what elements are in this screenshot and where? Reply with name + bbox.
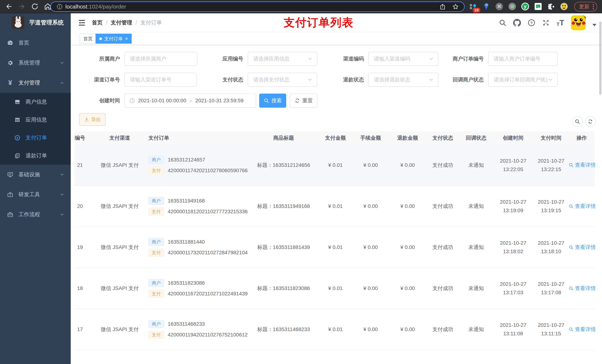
sidebar-menu: 首页 系统管理 ¥ 支付管理 商户信息 应用信息	[0, 32, 71, 225]
cell-created-time: 2021-10-2713:18:02	[493, 227, 534, 268]
refund-status-select[interactable]: 请选择退款状态	[368, 73, 438, 87]
date-start: 2021-10-01 00:00:00	[138, 98, 186, 104]
column-header: 回调状态	[460, 131, 493, 145]
sidebar-item-home[interactable]: 首页	[0, 33, 71, 53]
cell-refund: ¥ 0.00	[389, 268, 426, 309]
page-scrollbar[interactable]	[599, 21, 602, 95]
avatar[interactable]	[571, 15, 586, 30]
breadcrumb-pay[interactable]: 支付管理	[111, 19, 132, 26]
view-detail-link[interactable]: 查看详情	[569, 203, 596, 210]
cell-title: 标题：1635312124656	[248, 145, 319, 186]
browser-forward-icon[interactable]	[18, 2, 26, 10]
browser-update-button[interactable]: 更新	[574, 2, 597, 11]
sidebar-item-label: 应用信息	[26, 116, 47, 124]
merchant-input[interactable]	[124, 52, 197, 66]
merchant-order-no-input[interactable]	[488, 52, 558, 66]
filter-label: 退款状态	[343, 76, 364, 83]
share-icon[interactable]	[439, 3, 446, 10]
sidebar-item-devtools[interactable]: 研发工具	[0, 185, 71, 205]
tab-pay-order[interactable]: 支付订单 ×	[96, 34, 132, 44]
cell-pay-status: 支付成功	[426, 186, 460, 227]
sidebar-item-system[interactable]: 系统管理	[0, 53, 71, 73]
site-info-icon[interactable]	[56, 3, 63, 10]
view-detail-link[interactable]: 查看详情	[569, 326, 596, 333]
reset-button[interactable]: 重置	[290, 94, 317, 108]
font-size-icon[interactable]: TT	[557, 19, 564, 27]
cell-channel: 微信 JSAPI 支付	[97, 227, 143, 268]
view-detail-link[interactable]: 查看详情	[569, 244, 596, 251]
extension-emoji-icon[interactable]	[559, 1, 570, 12]
channel-order-no-input[interactable]	[124, 73, 197, 87]
browser-reload-icon[interactable]	[31, 2, 39, 10]
sidebar-item-merchant-info[interactable]: 商户信息	[0, 93, 71, 111]
extension-y-icon[interactable]: y	[520, 1, 531, 12]
extension-puzzle-icon[interactable]	[546, 1, 557, 12]
cell-id	[75, 350, 97, 364]
cell-action	[569, 350, 595, 364]
tab-home[interactable]: 首页	[80, 34, 96, 44]
url-bar[interactable]: localhost:1024/pay/order	[50, 1, 465, 12]
cell-fee	[352, 350, 389, 364]
pay-tag: 支付	[149, 167, 164, 174]
sidebar-item-infra[interactable]: 基础设施	[0, 165, 71, 185]
cell-channel: 微信 JSAPI 支付	[97, 145, 143, 186]
view-detail-link[interactable]: 查看详情	[569, 285, 596, 292]
sidebar-item-pay[interactable]: ¥ 支付管理	[0, 73, 71, 93]
search-icon[interactable]	[499, 19, 506, 27]
app-select[interactable]: 请选择应用信息	[248, 52, 317, 66]
cell-pay-order: 商户1635311881440支付42000011732021102728479…	[143, 227, 248, 268]
pay-status-select[interactable]: 请选择支付状态	[248, 73, 317, 87]
pay-order-no: 4200001181202110277723215336	[168, 209, 248, 215]
cell-fee: ¥ 0.00	[352, 186, 389, 227]
filter-label: 所属商户	[99, 55, 120, 62]
github-icon[interactable]	[513, 19, 521, 27]
merchant-tag: 商户	[149, 156, 164, 164]
pay-tag: 支付	[149, 290, 164, 298]
cell-refund	[389, 350, 426, 364]
avatar-caret-icon[interactable]	[592, 24, 596, 26]
bookmark-star-icon[interactable]	[452, 3, 459, 10]
tab-close-icon[interactable]: ×	[125, 36, 128, 41]
notify-status-select[interactable]: 请选择订单回调商户状态	[488, 73, 558, 87]
extension-balloon-icon[interactable]	[481, 1, 492, 12]
sidebar-item-workflow[interactable]: 工作流程	[0, 205, 71, 225]
cell-refund: ¥ 0.00	[389, 186, 426, 227]
filter-create-time: 创建时间 2021-10-01 00:00:00 - 2021-10-31 23…	[124, 94, 256, 108]
breadcrumb-home[interactable]: 首页	[92, 19, 103, 26]
sidebar-fold-icon[interactable]	[78, 19, 86, 27]
sidebar-item-refund-order[interactable]: 退款订单	[0, 147, 71, 165]
table-row: 17微信 JSAPI 支付商户1635311468233支付4200001194…	[75, 309, 595, 350]
chevron-up-icon	[60, 81, 64, 85]
cell-action: 查看详情	[569, 145, 595, 186]
extension-devtools-icon[interactable]: 10	[468, 1, 479, 12]
extension-green-dot-icon[interactable]	[507, 1, 517, 12]
extension-chat-icon[interactable]	[533, 1, 544, 12]
cell-created-time: 2021-10-2713:17:03	[493, 268, 534, 309]
url-path: :1024/pay/order	[87, 3, 126, 10]
table-row: 20微信 JSAPI 支付商户1635311949168支付4200001181…	[75, 186, 595, 227]
cell-pay-order: 商户1635311823086支付42000011672021102710224…	[143, 268, 248, 309]
sidebar-item-app-info[interactable]: 应用信息	[0, 111, 71, 129]
search-label: 搜索	[271, 97, 282, 104]
view-detail-link[interactable]: 查看详情	[569, 161, 596, 168]
sidebar-item-pay-order[interactable]: ¥ 支付订单	[0, 129, 71, 147]
cell-paid-time: 2021-10-2713:11:15	[534, 309, 569, 350]
extension-command-icon[interactable]: ⌘	[494, 1, 505, 12]
search-button[interactable]: 搜索	[259, 94, 286, 108]
app-logo[interactable]: 芋道管理系统	[0, 13, 71, 32]
search-circle-button[interactable]	[572, 116, 583, 127]
export-button[interactable]: 导出	[79, 113, 106, 126]
filter-notify-status: 回调商户状态 请选择订单回调商户状态	[488, 73, 558, 87]
filter-label: 创建时间	[99, 97, 120, 104]
fullscreen-icon[interactable]	[542, 19, 550, 27]
browser-menu-icon[interactable]	[593, 4, 594, 9]
column-header: 操作	[569, 131, 595, 145]
cell-refund: ¥ 0.00	[389, 309, 426, 350]
browser-back-icon[interactable]	[5, 2, 13, 10]
date-range-input[interactable]: 2021-10-01 00:00:00 - 2021-10-31 23:59:5…	[124, 94, 256, 108]
chevron-down-icon	[60, 61, 64, 65]
refresh-circle-button[interactable]	[585, 116, 596, 127]
help-icon[interactable]: ?	[527, 19, 535, 27]
cell-paid-time: 2021-10-2713:19:15	[534, 186, 569, 227]
channel-code-select[interactable]: 请输入渠道编码	[368, 52, 438, 66]
